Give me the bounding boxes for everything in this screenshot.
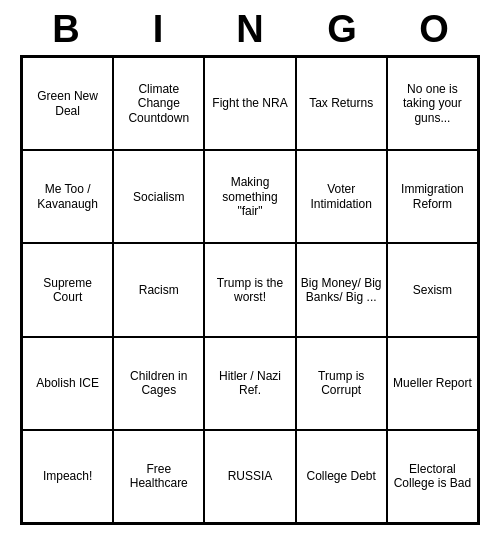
- bingo-cell-22: RUSSIA: [204, 430, 295, 523]
- bingo-letter: N: [208, 8, 292, 51]
- bingo-cell-6: Socialism: [113, 150, 204, 243]
- bingo-letter: B: [24, 8, 108, 51]
- bingo-cell-20: Impeach!: [22, 430, 113, 523]
- bingo-cell-11: Racism: [113, 243, 204, 336]
- bingo-cell-14: Sexism: [387, 243, 478, 336]
- bingo-letter: I: [116, 8, 200, 51]
- bingo-cell-8: Voter Intimidation: [296, 150, 387, 243]
- bingo-cell-3: Tax Returns: [296, 57, 387, 150]
- bingo-cell-16: Children in Cages: [113, 337, 204, 430]
- bingo-cell-9: Immigration Reform: [387, 150, 478, 243]
- bingo-letter: G: [300, 8, 384, 51]
- bingo-cell-7: Making something "fair": [204, 150, 295, 243]
- bingo-cell-24: Electoral College is Bad: [387, 430, 478, 523]
- bingo-cell-12: Trump is the worst!: [204, 243, 295, 336]
- bingo-cell-2: Fight the NRA: [204, 57, 295, 150]
- bingo-cell-0: Green New Deal: [22, 57, 113, 150]
- bingo-cell-4: No one is taking your guns...: [387, 57, 478, 150]
- bingo-cell-18: Trump is Corrupt: [296, 337, 387, 430]
- bingo-cell-19: Mueller Report: [387, 337, 478, 430]
- bingo-cell-23: College Debt: [296, 430, 387, 523]
- bingo-cell-15: Abolish ICE: [22, 337, 113, 430]
- bingo-letter: O: [392, 8, 476, 51]
- bingo-cell-21: Free Healthcare: [113, 430, 204, 523]
- bingo-cell-5: Me Too / Kavanaugh: [22, 150, 113, 243]
- bingo-cell-17: Hitler / Nazi Ref.: [204, 337, 295, 430]
- bingo-header: BINGO: [20, 0, 480, 55]
- bingo-cell-1: Climate Change Countdown: [113, 57, 204, 150]
- bingo-cell-13: Big Money/ Big Banks/ Big ...: [296, 243, 387, 336]
- bingo-cell-10: Supreme Court: [22, 243, 113, 336]
- bingo-grid: Green New DealClimate Change CountdownFi…: [20, 55, 480, 525]
